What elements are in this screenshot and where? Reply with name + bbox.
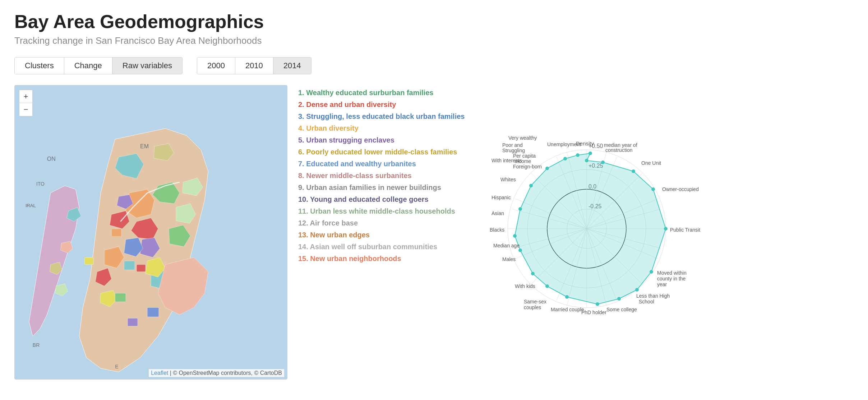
- svg-text:ITO: ITO: [36, 181, 45, 187]
- legend-item-3: 3. Struggling, less educated black urban…: [298, 112, 465, 121]
- legend-item-1: 1. Wealthy educated surburban families: [298, 89, 465, 97]
- svg-text:Asian: Asian: [491, 210, 504, 216]
- svg-text:Some college: Some college: [606, 307, 637, 312]
- svg-rect-5: [128, 318, 138, 326]
- svg-text:School: School: [639, 299, 654, 304]
- year-2014[interactable]: 2014: [273, 57, 311, 74]
- svg-point-38: [632, 169, 635, 173]
- svg-marker-35: [515, 153, 666, 304]
- svg-text:Same-sex: Same-sex: [524, 299, 546, 304]
- svg-text:EM: EM: [140, 143, 149, 149]
- svg-text:Median age: Median age: [493, 243, 520, 248]
- svg-text:E: E: [115, 364, 118, 369]
- svg-point-47: [531, 272, 535, 275]
- legend-item-12: 12. Air force base: [298, 219, 465, 227]
- svg-text:Unemployment: Unemployment: [547, 141, 581, 147]
- legend-item-6: 6. Poorly educated lower middle-class fa…: [298, 148, 465, 156]
- legend-item-5: 5. Urban strugging enclaves: [298, 136, 465, 144]
- legend-item-15: 15. New urban neighborhoods: [298, 255, 465, 263]
- svg-point-37: [601, 161, 605, 164]
- svg-point-54: [576, 153, 580, 157]
- svg-point-50: [518, 207, 522, 211]
- svg-text:couples: couples: [524, 304, 541, 310]
- svg-text:ON: ON: [47, 156, 56, 162]
- svg-text:With interests: With interests: [491, 158, 522, 163]
- svg-rect-6: [84, 257, 93, 265]
- svg-text:Married couple: Married couple: [551, 307, 584, 312]
- map-zoom-controls: + −: [19, 90, 33, 116]
- svg-text:One Unit: One Unit: [641, 160, 661, 166]
- svg-text:Moved within: Moved within: [657, 270, 687, 276]
- svg-point-43: [617, 297, 621, 301]
- svg-text:construction: construction: [605, 147, 632, 153]
- svg-rect-4: [147, 307, 159, 317]
- svg-text:BR: BR: [33, 342, 40, 348]
- page-title: Bay Area Geodemographics: [14, 11, 854, 32]
- svg-point-40: [664, 227, 668, 231]
- map-container[interactable]: + −: [14, 85, 287, 380]
- legend-item-7: 7. Educated and wealthy urbanites: [298, 160, 465, 168]
- svg-text:Poor and: Poor and: [502, 142, 523, 148]
- svg-text:Less than High: Less than High: [636, 293, 670, 299]
- svg-point-44: [596, 302, 599, 306]
- toolbar: Clusters Change Raw variables 2000 2010 …: [14, 57, 854, 74]
- page-subtitle: Tracking change in San Francisco Bay Are…: [14, 35, 854, 46]
- svg-text:Very wealthy: Very wealthy: [508, 135, 537, 141]
- svg-point-36: [585, 159, 588, 162]
- radar-chart: +0.50 +0.25 0.0 -0.25: [472, 85, 716, 365]
- year-2010[interactable]: 2010: [235, 57, 273, 74]
- legend-item-9: 9. Urban asian families in newer buildin…: [298, 183, 465, 192]
- svg-point-53: [563, 157, 567, 161]
- legend-item-10: 10. Young and educated college goers: [298, 195, 465, 204]
- legend-item-2: 2. Dense and urban diversity: [298, 101, 465, 109]
- legend-item-11: 11. Urban less white middle-class househ…: [298, 207, 465, 215]
- radar-chart-container: +0.50 +0.25 0.0 -0.25: [472, 85, 854, 367]
- map-svg: ON ITO IRAL EM BR E: [15, 85, 287, 379]
- legend-item-8: 8. Newer middle-class surbanites: [298, 172, 465, 180]
- svg-rect-7: [115, 293, 126, 302]
- svg-text:Public Transit: Public Transit: [670, 227, 700, 233]
- zoom-in-button[interactable]: +: [19, 90, 32, 103]
- legend-and-chart: 1. Wealthy educated surburban families 2…: [298, 85, 854, 367]
- year-2000[interactable]: 2000: [197, 57, 235, 74]
- svg-text:With kids: With kids: [515, 283, 535, 289]
- legend-item-4: 4. Urban diversity: [298, 124, 465, 132]
- svg-text:Hispanic: Hispanic: [491, 195, 511, 200]
- legend-item-14: 14. Asian well off suburban communities: [298, 243, 465, 251]
- legend-item-13: 13. New urban edges: [298, 231, 465, 239]
- svg-rect-2: [137, 265, 146, 272]
- svg-text:Whites: Whites: [500, 177, 516, 182]
- svg-point-45: [565, 295, 569, 299]
- svg-point-39: [651, 187, 655, 191]
- svg-point-42: [635, 288, 639, 292]
- map-attribution: Leaflet | © OpenStreetMap contributors, …: [149, 369, 284, 377]
- svg-rect-3: [111, 229, 121, 237]
- legend: 1. Wealthy educated surburban families 2…: [298, 85, 465, 367]
- svg-text:PhD holder: PhD holder: [581, 310, 606, 315]
- tab-raw-variables[interactable]: Raw variables: [112, 57, 182, 74]
- svg-text:county in the: county in the: [657, 276, 686, 282]
- svg-point-55: [588, 152, 592, 155]
- svg-text:Struggling: Struggling: [502, 148, 525, 153]
- svg-rect-1: [124, 261, 135, 270]
- leaflet-link[interactable]: Leaflet: [151, 370, 168, 376]
- svg-point-52: [545, 167, 549, 170]
- tab-clusters[interactable]: Clusters: [15, 57, 64, 74]
- main-content: + −: [14, 85, 854, 380]
- svg-text:year: year: [657, 282, 667, 287]
- svg-text:Blacks: Blacks: [490, 227, 504, 233]
- right-panel: 1. Wealthy educated surburban families 2…: [298, 85, 854, 380]
- svg-point-49: [513, 234, 517, 238]
- svg-point-48: [518, 248, 522, 252]
- svg-text:Owner-occupied: Owner-occupied: [662, 186, 699, 192]
- year-tab-group: 2000 2010 2014: [197, 57, 311, 74]
- svg-point-51: [529, 184, 533, 187]
- tab-change[interactable]: Change: [64, 57, 112, 74]
- svg-text:Foreign-born: Foreign-born: [513, 164, 542, 169]
- zoom-out-button[interactable]: −: [19, 103, 32, 116]
- svg-text:IRAL: IRAL: [26, 203, 36, 208]
- svg-point-41: [650, 270, 653, 274]
- svg-text:Males: Males: [502, 256, 516, 262]
- osm-attribution: | © OpenStreetMap contributors, © CartoD…: [170, 370, 282, 376]
- svg-point-46: [545, 284, 549, 288]
